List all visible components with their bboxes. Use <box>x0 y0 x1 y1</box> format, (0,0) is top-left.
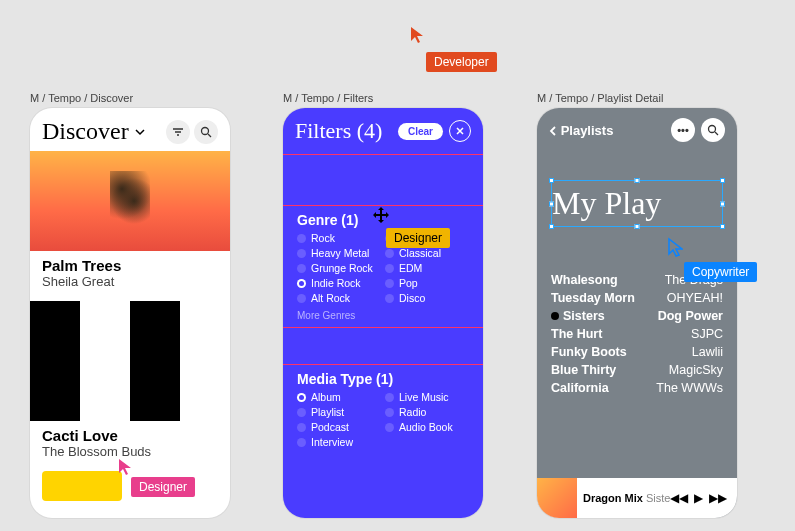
frame-label: M / Tempo / Playlist Detail <box>537 92 663 104</box>
svg-point-0 <box>202 127 209 134</box>
track-row-playing[interactable]: SistersDog Power <box>551 307 723 325</box>
album-art-partial <box>42 471 122 501</box>
radio-option[interactable]: Pop <box>385 277 469 289</box>
selection-handle[interactable] <box>549 178 554 183</box>
chevron-down-icon <box>133 125 147 139</box>
radio-option[interactable]: Disco <box>385 292 469 304</box>
radio-option-selected[interactable]: Album <box>297 391 381 403</box>
back-label: Playlists <box>561 123 614 138</box>
selection-handle[interactable] <box>635 178 640 183</box>
track-list: WhalesongThe Drags Tuesday MornOHYEAH! S… <box>537 227 737 397</box>
album-card[interactable]: Cacti Love The Blossom Buds <box>30 301 230 471</box>
frame-playlist[interactable]: Playlists ••• My Play WhalesongThe Drags… <box>537 108 737 518</box>
radio-option[interactable]: EDM <box>385 262 469 274</box>
back-button[interactable]: Playlists <box>549 123 665 138</box>
close-icon <box>455 126 465 136</box>
album-title: Palm Trees <box>30 251 230 274</box>
filter-icon <box>172 126 184 138</box>
user-tag-copywriter: Copywriter <box>684 262 757 282</box>
radio-option[interactable]: Alt Rock <box>297 292 381 304</box>
now-playing-bar[interactable]: Dragon Mix Sisters ◀◀ ▶ ▶▶ <box>537 478 737 518</box>
close-button[interactable] <box>449 120 471 142</box>
selection-handle[interactable] <box>549 201 554 206</box>
discover-title-text: Discover <box>42 118 129 145</box>
album-art <box>30 151 230 251</box>
search-icon <box>707 124 719 136</box>
radio-option[interactable]: Audio Book <box>385 421 469 433</box>
now-playing-text: Dragon Mix Sisters <box>577 492 670 504</box>
selection-handle[interactable] <box>720 201 725 206</box>
album-title: Cacti Love <box>30 421 230 444</box>
radio-option[interactable]: Playlist <box>297 406 381 418</box>
track-row[interactable]: Blue ThirtyMagicSky <box>551 361 723 379</box>
radio-option[interactable]: Interview <box>297 436 381 448</box>
media-options: Album Live Music Playlist Radio Podcast … <box>283 391 483 448</box>
filter-button[interactable] <box>166 120 190 144</box>
frame-discover[interactable]: Discover Palm Trees Sheila Great Cacti L… <box>30 108 230 518</box>
selection-handle[interactable] <box>549 224 554 229</box>
page-title: Filters (4) <box>295 118 392 144</box>
clear-button[interactable]: Clear <box>398 123 443 140</box>
svg-point-1 <box>709 126 716 133</box>
playlist-title-editing[interactable]: My Play <box>551 180 723 227</box>
album-art <box>30 301 230 421</box>
track-row[interactable]: Tuesday MornOHYEAH! <box>551 289 723 307</box>
user-tag-designer: Designer <box>386 228 450 248</box>
more-button[interactable]: ••• <box>671 118 695 142</box>
track-row[interactable]: CaliforniaThe WWWs <box>551 379 723 397</box>
selection-handle[interactable] <box>635 224 640 229</box>
section-heading-media: Media Type (1) <box>283 365 483 391</box>
genre-options: Rock Ambient Heavy Metal Classical Grung… <box>283 232 483 304</box>
radio-option[interactable]: Grunge Rock <box>297 262 381 274</box>
chevron-left-icon <box>549 126 557 136</box>
radio-option[interactable]: Radio <box>385 406 469 418</box>
user-tag-developer: Developer <box>426 52 497 72</box>
radio-option[interactable]: Rock <box>297 232 381 244</box>
page-title[interactable]: Discover <box>42 118 162 145</box>
playing-indicator-icon <box>551 312 559 320</box>
next-button[interactable]: ▶▶ <box>709 491 727 505</box>
search-icon <box>200 126 212 138</box>
move-cursor-icon <box>371 205 391 229</box>
radio-option-selected[interactable]: Indie Rock <box>297 277 381 289</box>
track-row[interactable]: The HurtSJPC <box>551 325 723 343</box>
album-card[interactable]: Palm Trees Sheila Great <box>30 151 230 301</box>
previous-button[interactable]: ◀◀ <box>670 491 688 505</box>
radio-option[interactable]: Podcast <box>297 421 381 433</box>
play-button[interactable]: ▶ <box>694 491 703 505</box>
frame-label: M / Tempo / Filters <box>283 92 373 104</box>
radio-option[interactable]: Live Music <box>385 391 469 403</box>
selection-handle[interactable] <box>720 224 725 229</box>
radio-option[interactable]: Classical <box>385 247 469 259</box>
user-tag-designer: Designer <box>131 477 195 497</box>
frame-label: M / Tempo / Discover <box>30 92 133 104</box>
more-genres-link[interactable]: More Genres <box>283 304 483 327</box>
now-playing-art <box>537 478 577 518</box>
search-button[interactable] <box>194 120 218 144</box>
playlist-title-text: My Play <box>552 185 661 221</box>
ellipsis-icon: ••• <box>677 124 689 136</box>
frame-filters[interactable]: Filters (4) Clear Genre (1) Rock Ambient… <box>283 108 483 518</box>
selection-handle[interactable] <box>720 178 725 183</box>
track-row[interactable]: Funky BootsLawlii <box>551 343 723 361</box>
radio-option[interactable]: Heavy Metal <box>297 247 381 259</box>
search-button[interactable] <box>701 118 725 142</box>
album-artist: Sheila Great <box>30 274 230 295</box>
